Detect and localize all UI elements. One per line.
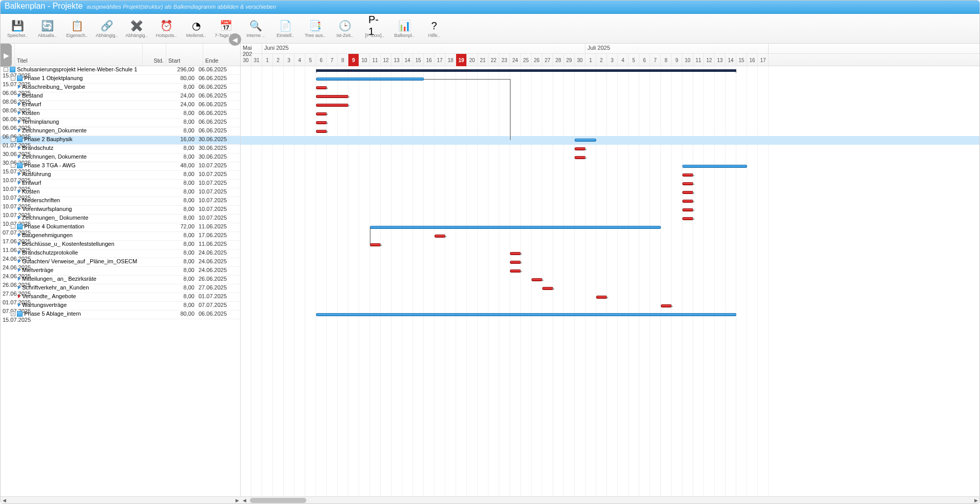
tree-row[interactable]: Versandte_ Angebote 8,00 01.07.2025 01.0… xyxy=(1,293,240,302)
col-hours[interactable]: Std. xyxy=(143,44,166,66)
gantt-row[interactable] xyxy=(241,136,979,145)
day-header[interactable]: 11 xyxy=(370,54,381,66)
day-header[interactable]: 10 xyxy=(682,54,693,66)
gantt-bar-group[interactable] xyxy=(575,139,596,142)
gantt-bar-task[interactable] xyxy=(682,173,693,177)
gantt-row[interactable] xyxy=(241,241,979,249)
gantt-row[interactable] xyxy=(241,75,979,84)
expand-toggle[interactable]: - xyxy=(11,163,15,168)
gantt-bar-task[interactable] xyxy=(682,182,693,185)
horizontal-scrollbar[interactable]: ◀ ▶ ◀ ▶ xyxy=(1,496,979,503)
tree-row[interactable]: Gutachten/ Verweise_auf _Pläne_im_OSECM … xyxy=(1,258,240,267)
day-header[interactable]: 6 xyxy=(639,54,650,66)
tree-row[interactable]: Beschlüsse_u_ Kostenfeststellungen 8,00 … xyxy=(1,241,240,249)
gantt-bar-task[interactable] xyxy=(596,296,607,299)
tree-row[interactable]: -Phase 1 Objektplanung 80,00 06.06.2025 … xyxy=(1,75,240,84)
gantt-bar-task[interactable] xyxy=(370,243,381,246)
tree-row[interactable]: Schriftverkehr_an_Kunden 8,00 27.06.2025… xyxy=(1,284,240,293)
gantt-row[interactable] xyxy=(241,223,979,232)
gantt-bar-group[interactable] xyxy=(316,77,424,81)
gantt-bar-task[interactable] xyxy=(682,208,693,211)
tree-row[interactable]: Bestand 24,00 06.06.2025 08.06.2025 xyxy=(1,92,240,101)
gantt-bar-summary[interactable] xyxy=(316,69,736,72)
gantt-bar-task[interactable] xyxy=(435,235,445,238)
tree-row[interactable]: Zeichnungen_ Dokumente 8,00 10.07.2025 1… xyxy=(1,215,240,223)
tree-row[interactable]: Kosten 8,00 10.07.2025 10.07.2025 xyxy=(1,188,240,197)
gantt-row[interactable] xyxy=(241,276,979,284)
gantt-bar-task[interactable] xyxy=(510,269,521,273)
gantt-bar-group[interactable] xyxy=(370,226,661,229)
col-start[interactable]: Start xyxy=(166,44,203,66)
tree-row[interactable]: Terminplanung 8,00 06.06.2025 06.06.2025 xyxy=(1,119,240,127)
expand-toggle[interactable]: - xyxy=(11,224,15,229)
actual-button[interactable]: 🕒Ist-Zeit.. xyxy=(332,15,358,43)
day-header[interactable]: 15 xyxy=(413,54,424,66)
properties-button[interactable]: 📋Eigensch.. xyxy=(64,15,90,43)
day-header[interactable]: 16 xyxy=(747,54,758,66)
day-header[interactable]: 8 xyxy=(338,54,348,66)
day-header[interactable]: 5 xyxy=(629,54,639,66)
tree-row[interactable]: Niederschriften 8,00 10.07.2025 10.07.20… xyxy=(1,197,240,206)
day-header[interactable]: 4 xyxy=(618,54,629,66)
day-header[interactable]: 29 xyxy=(564,54,575,66)
pnum-button[interactable]: P-1[P-xxxx].. xyxy=(362,15,387,43)
gantt-bar-task[interactable] xyxy=(542,287,553,290)
gantt-row[interactable] xyxy=(241,145,979,153)
gantt-bar-group[interactable] xyxy=(316,313,736,316)
day-header[interactable]: 2 xyxy=(273,54,284,66)
gantt-row[interactable] xyxy=(241,119,979,127)
gantt-bar-task[interactable] xyxy=(316,112,327,115)
day-header[interactable]: 9 xyxy=(672,54,682,66)
day-header[interactable]: 3 xyxy=(607,54,618,66)
tree-row[interactable]: Wartungsverträge 8,00 07.07.2025 07.07.2… xyxy=(1,302,240,311)
gantt-bar-task[interactable] xyxy=(316,86,327,89)
day-header[interactable]: 30 xyxy=(575,54,585,66)
day-header[interactable]: 8 xyxy=(661,54,672,66)
day-header[interactable]: 11 xyxy=(693,54,704,66)
day-header[interactable]: 27 xyxy=(542,54,553,66)
milestone-button[interactable]: ◔Meilenst.. xyxy=(183,15,209,43)
day-header[interactable]: 12 xyxy=(381,54,391,66)
gantt-row[interactable] xyxy=(241,293,979,302)
tree-row[interactable]: Mietverträge 8,00 24.06.2025 24.06.2025 xyxy=(1,267,240,276)
gantt-row[interactable] xyxy=(241,206,979,215)
day-header[interactable]: 24 xyxy=(510,54,521,66)
day-header[interactable]: 23 xyxy=(499,54,510,66)
day-header[interactable]: 4 xyxy=(295,54,305,66)
tree-row[interactable]: -Phase 2 Bauphysik 16,00 30.06.2025 01.0… xyxy=(1,136,240,145)
day-header[interactable]: 1 xyxy=(262,54,273,66)
gantt-row[interactable] xyxy=(241,215,979,223)
tree-row[interactable]: +Phase 5 Ablage_intern 80,00 06.06.2025 … xyxy=(1,311,240,319)
gantt-row[interactable] xyxy=(241,232,979,241)
gantt-bar-task[interactable] xyxy=(510,252,521,255)
day-header[interactable]: 3 xyxy=(284,54,295,66)
scroll-left-icon[interactable]: ◀ xyxy=(241,497,248,504)
gantt-body[interactable] xyxy=(241,66,979,496)
tree-row[interactable]: -Phase 3 TGA - AWG 48,00 10.07.2025 15.0… xyxy=(1,162,240,171)
tree-row[interactable]: Kosten 8,00 06.06.2025 06.06.2025 xyxy=(1,110,240,119)
day-header[interactable]: 7 xyxy=(327,54,338,66)
gantt-row[interactable] xyxy=(241,258,979,267)
expand-toggle[interactable]: - xyxy=(11,76,15,81)
gantt-bar-group[interactable] xyxy=(682,165,747,168)
day-header[interactable]: 1 xyxy=(585,54,596,66)
day-header[interactable]: 14 xyxy=(402,54,413,66)
day-header[interactable]: 9 xyxy=(348,54,359,66)
day-header[interactable]: 17 xyxy=(435,54,445,66)
gantt-bar-task[interactable] xyxy=(316,121,327,124)
tree-row[interactable]: Brandschutz 8,00 30.06.2025 30.06.2025 xyxy=(1,145,240,153)
settings-button[interactable]: 📄Einstell.. xyxy=(272,15,298,43)
day-header[interactable]: 13 xyxy=(715,54,726,66)
gantt-bar-task[interactable] xyxy=(682,217,693,220)
day-header[interactable]: 22 xyxy=(488,54,499,66)
gantt-bar-task[interactable] xyxy=(661,304,672,307)
gantt-bar-task[interactable] xyxy=(316,104,348,107)
tree-row[interactable]: Vorentwurfsplanung 8,00 10.07.2025 10.07… xyxy=(1,206,240,215)
day-header[interactable]: 17 xyxy=(758,54,769,66)
gantt-row[interactable] xyxy=(241,66,979,75)
tree-row[interactable]: Ausführung 8,00 10.07.2025 10.07.2025 xyxy=(1,171,240,180)
scroll-right-icon[interactable]: ▶ xyxy=(233,497,241,504)
day-header[interactable]: 25 xyxy=(521,54,532,66)
gantt-row[interactable] xyxy=(241,284,979,293)
pane-collapse-button[interactable]: ◀ xyxy=(229,33,241,46)
